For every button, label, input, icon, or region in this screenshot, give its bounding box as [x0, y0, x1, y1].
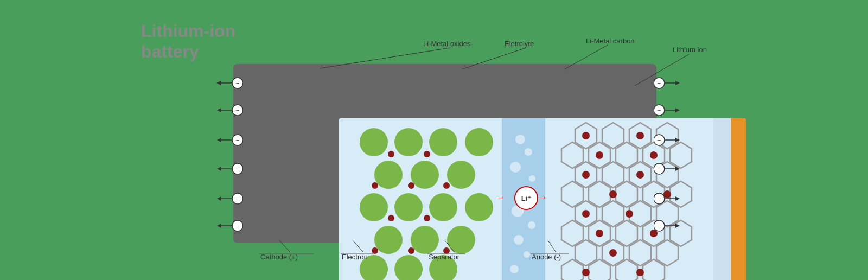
svg-point-39	[582, 171, 590, 179]
svg-marker-27	[575, 240, 597, 266]
bubble	[510, 265, 519, 273]
svg-marker-29	[629, 240, 651, 266]
svg-point-36	[636, 132, 644, 139]
green-circle	[465, 128, 493, 156]
bubble	[524, 251, 530, 258]
svg-marker-4	[561, 142, 583, 168]
green-circle	[429, 128, 457, 156]
svg-marker-10	[602, 162, 624, 188]
red-dot	[388, 151, 394, 157]
electron-arrows-left: − − − − − −	[216, 69, 243, 238]
svg-marker-22	[561, 220, 583, 246]
svg-point-49	[636, 269, 644, 276]
green-circle	[360, 193, 388, 221]
svg-text:Li-Metal oxides: Li-Metal oxides	[423, 40, 471, 48]
svg-point-44	[626, 210, 633, 218]
svg-point-37	[596, 151, 603, 159]
svg-marker-30	[656, 240, 678, 266]
svg-marker-1	[602, 123, 624, 149]
main-container: Lithium-ion battery	[136, 15, 732, 265]
green-circle	[360, 255, 388, 280]
green-circle	[447, 161, 475, 189]
svg-marker-70	[217, 224, 221, 228]
svg-marker-13	[561, 181, 583, 207]
svg-text:−: −	[658, 137, 661, 143]
red-dot	[372, 247, 378, 254]
diagram-title: Lithium-ion battery	[141, 21, 235, 62]
green-circle	[429, 193, 457, 221]
green-circle	[374, 226, 403, 254]
anode-collector	[731, 118, 746, 280]
svg-marker-6	[616, 142, 637, 168]
green-circle	[411, 161, 439, 189]
svg-marker-54	[217, 108, 221, 112]
green-circle	[429, 255, 457, 280]
svg-point-45	[596, 230, 603, 237]
svg-marker-95	[675, 224, 680, 228]
svg-text:Lithium ion: Lithium ion	[673, 46, 707, 54]
svg-text:−: −	[658, 222, 661, 229]
svg-point-47	[609, 249, 617, 257]
green-circle	[394, 193, 423, 221]
battery-shell: Li⁺ → →	[233, 64, 656, 243]
hex-grid	[545, 118, 713, 280]
svg-text:−: −	[658, 80, 661, 86]
svg-text:−: −	[236, 195, 239, 202]
red-dot	[408, 247, 414, 254]
svg-marker-62	[217, 167, 221, 171]
svg-marker-87	[675, 167, 680, 171]
svg-text:Cathode (+): Cathode (+)	[260, 253, 298, 261]
bubble	[510, 162, 521, 173]
svg-point-48	[582, 269, 590, 276]
green-circle	[360, 128, 388, 156]
svg-text:−: −	[658, 166, 661, 172]
green-circle	[394, 255, 423, 280]
li-ion-symbol: Li⁺	[514, 186, 538, 210]
svg-text:−: −	[658, 195, 661, 202]
svg-marker-66	[217, 196, 221, 201]
bubble	[525, 148, 532, 156]
svg-marker-19	[602, 201, 624, 227]
bubble	[529, 175, 535, 182]
red-dot	[388, 215, 394, 221]
svg-marker-91	[675, 196, 680, 201]
green-circle	[411, 226, 439, 254]
svg-text:−: −	[658, 107, 661, 113]
bubble	[528, 221, 535, 229]
red-dot	[424, 215, 430, 221]
svg-text:Eletrolyte: Eletrolyte	[505, 40, 534, 48]
svg-marker-79	[675, 108, 680, 112]
svg-text:Li-Metal carbon: Li-Metal carbon	[586, 37, 635, 45]
bubble	[514, 235, 524, 245]
bubble	[515, 135, 525, 144]
electron-arrows-right: − − − − − −	[654, 69, 681, 238]
svg-marker-15	[616, 181, 637, 207]
svg-text:−: −	[236, 222, 239, 229]
green-circle	[394, 128, 423, 156]
svg-point-35	[582, 132, 590, 139]
red-dot	[443, 182, 450, 189]
svg-marker-14	[589, 181, 610, 207]
li-arrow-right: →	[539, 193, 547, 202]
svg-point-40	[636, 171, 644, 179]
battery-inner: Li⁺ → →	[339, 118, 746, 280]
red-dot	[408, 182, 414, 189]
svg-point-43	[582, 210, 590, 218]
svg-text:−: −	[236, 107, 239, 113]
green-circle	[465, 193, 493, 221]
li-arrow-left: →	[496, 193, 505, 202]
svg-marker-24	[616, 220, 637, 246]
svg-point-41	[609, 190, 617, 198]
svg-marker-58	[217, 138, 221, 142]
green-circle	[447, 226, 475, 254]
green-circle	[374, 161, 403, 189]
svg-marker-75	[675, 81, 680, 85]
red-dot	[443, 247, 450, 254]
svg-text:−: −	[236, 166, 239, 172]
red-dot	[424, 151, 430, 157]
svg-text:−: −	[236, 137, 239, 143]
svg-marker-83	[675, 138, 680, 142]
svg-text:−: −	[236, 80, 239, 86]
red-dot	[372, 182, 378, 189]
